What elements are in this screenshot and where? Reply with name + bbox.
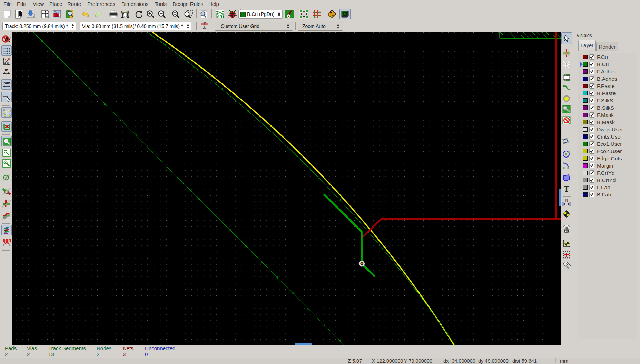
svg-text:NET: NET [217,14,224,18]
svg-text:in: in [5,68,8,72]
svg-text:φ: φ [7,61,9,64]
svg-text:>_: >_ [343,12,346,15]
svg-text:T: T [564,184,569,193]
svg-text:r: r [5,58,6,61]
svg-text:N: N [565,199,568,202]
svg-text:GND: GND [360,262,364,265]
svg-text:mm: mm [3,81,10,85]
